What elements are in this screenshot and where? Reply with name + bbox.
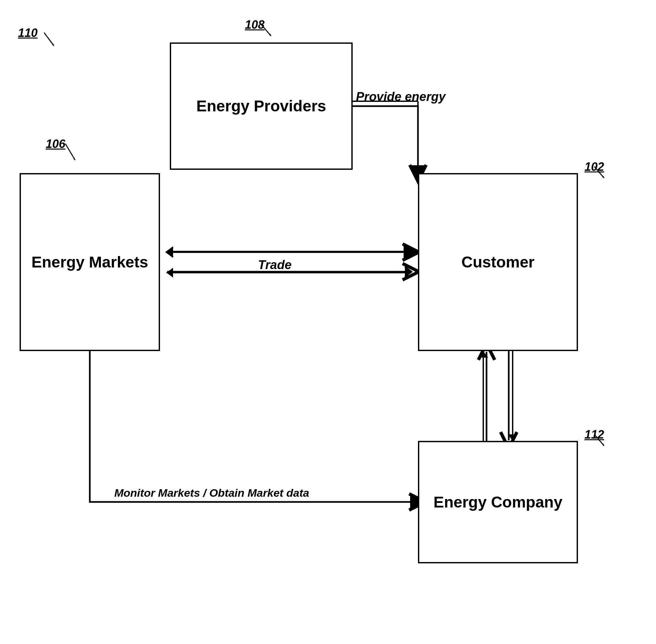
ref-106-label: 106	[46, 137, 65, 151]
energy-company-box: Energy Company	[418, 441, 578, 564]
provide-energy-label: Provide energy	[356, 90, 446, 104]
customer-box: Customer	[418, 173, 578, 351]
energy-providers-box: Energy Providers	[170, 43, 353, 170]
monitor-markets-label: Monitor Markets / Obtain Market data	[114, 487, 309, 499]
svg-marker-9	[405, 268, 412, 278]
ref-108-label: 108	[245, 18, 264, 32]
svg-marker-22	[52, 43, 54, 46]
ref-112-label: 112	[585, 428, 604, 441]
svg-marker-26	[73, 158, 75, 160]
svg-marker-10	[166, 268, 173, 278]
customer-label: Customer	[461, 253, 535, 272]
svg-marker-28	[603, 176, 604, 178]
svg-marker-12	[478, 351, 488, 358]
energy-providers-label: Energy Providers	[196, 97, 326, 116]
svg-marker-7	[166, 247, 173, 256]
ref-102-label: 102	[585, 160, 604, 174]
energy-company-label: Energy Company	[434, 493, 563, 512]
energy-markets-label: Energy Markets	[31, 253, 148, 272]
svg-marker-30	[603, 443, 604, 446]
ref-110-label: 110	[18, 26, 38, 40]
svg-line-21	[44, 33, 54, 46]
svg-line-25	[65, 144, 75, 160]
trade-label: Trade	[258, 258, 291, 272]
energy-markets-box: Energy Markets	[20, 173, 160, 351]
svg-marker-24	[270, 33, 271, 36]
diagram-container: 110 108 106 102 112 Energy Providers Ene…	[0, 0, 656, 644]
svg-marker-14	[508, 434, 518, 441]
